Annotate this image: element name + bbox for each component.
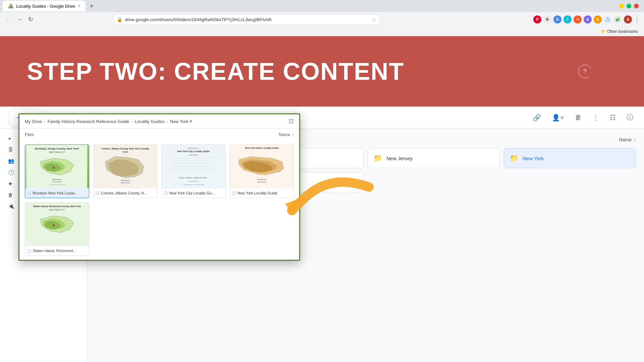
inner-bc-guide[interactable]: Family History Research Reference Guide [48, 119, 129, 124]
nyc-file-name: New York City Locality Gu... [169, 191, 215, 195]
staten-name-row: □ Staten Island, Richmond... [25, 246, 89, 255]
close-btn[interactable] [634, 4, 639, 8]
tab-title: Locality Guides - Google Drive [16, 4, 75, 9]
ext-6[interactable]: G [594, 15, 602, 23]
bookmarks-bar: 📁 Other bookmarks [0, 27, 644, 36]
svg-text:Background: Background [188, 147, 199, 149]
active-tab[interactable]: Locality Guides - Google Drive × [3, 1, 86, 11]
more-options-btn[interactable]: ⋮ [634, 16, 640, 23]
minimize-btn[interactable] [619, 4, 624, 8]
ext-4[interactable]: H [574, 15, 582, 23]
brooklyn-thumb: Brooklyn, Kings County, New York NEW YOR… [25, 145, 89, 188]
svg-text:Brooklyn, Kings County, New Yo: Brooklyn, Kings County, New York [35, 147, 79, 150]
lock-icon: 🔒 [117, 17, 122, 22]
ext-2[interactable]: G [553, 15, 561, 23]
inner-sort-control[interactable]: Name ↑ [279, 132, 294, 137]
sort-arrow-icon: ↑ [634, 137, 636, 142]
inner-files-row1: Brooklyn, Kings County, New York NEW YOR… [19, 140, 299, 202]
other-bookmarks[interactable]: 📁 Other bookmarks [599, 28, 640, 35]
inner-bc-current-text: New York [170, 119, 189, 124]
info-btn[interactable]: ⓘ [624, 110, 636, 125]
header-banner: STEP TWO: CREATE CONTENT ? ⚙ ⋮ A [0, 36, 644, 107]
folder-new-york[interactable]: 📁 New York [504, 148, 636, 168]
drive-ui: + New My Drive › Family History Research… [0, 107, 644, 362]
inner-file-brooklyn[interactable]: Brooklyn, Kings County, New York NEW YOR… [25, 144, 89, 198]
trash-btn[interactable]: 🗑 [572, 111, 584, 124]
user-avatar[interactable]: A [622, 64, 636, 78]
url-text: drive.google.com/drive/u/0/folders/18X6g… [125, 17, 369, 22]
svg-text:Geography/Atlas: Geography/Atlas [189, 180, 199, 182]
shared-icon: 👥 [8, 158, 14, 164]
inner-window: My Drive › Family History Research Refer… [18, 113, 300, 261]
ext-1[interactable]: R [543, 15, 551, 23]
maximize-btn[interactable] [627, 4, 631, 8]
url-bar[interactable]: 🔒 drive.google.com/drive/u/0/folders/18X… [112, 14, 381, 25]
ny-state-file-name: New York Locality Guide [237, 191, 277, 195]
svg-text:Cohoes, Albany County, New Yor: Cohoes, Albany County, New York Locality [101, 147, 149, 150]
svg-text:1. Google Maps - View exact lo: 1. Google Maps - View exact location [182, 184, 205, 185]
svg-text:Background: Background [257, 178, 266, 180]
inner-sort-label: Name [279, 132, 290, 137]
inner-view-toggle[interactable]: ☷ [288, 118, 294, 125]
inner-files-label: Files [25, 132, 34, 137]
brooklyn-file-name: Brooklyn New York Locali... [33, 191, 77, 195]
inner-bc-sep3: › [166, 119, 168, 124]
back-btn[interactable]: ← [4, 15, 13, 24]
inner-file-nyc[interactable]: Background New York City Locality Guide … [161, 144, 226, 198]
inner-sort-arrow: ↑ [292, 132, 294, 137]
inner-files-row2: Staten Island, Richmond County, New York… [19, 202, 299, 260]
extensions-bar: P R G C H N G 🧩 A ⋮ [533, 15, 640, 23]
svg-text:New York City Locality Guide: New York City Locality Guide [177, 150, 210, 153]
staten-thumb: Staten Island, Richmond County, New York… [25, 202, 89, 246]
new-tab-btn[interactable]: + [87, 2, 96, 10]
staten-file-name: Staten Island, Richmond... [33, 249, 76, 253]
reload-btn[interactable]: ↻ [27, 14, 35, 24]
browser-chrome: Locality Guides - Google Drive × + ← → ↻… [0, 0, 644, 27]
apps-btn[interactable]: ⋮ [610, 67, 616, 75]
forward-btn[interactable]: → [15, 15, 24, 24]
recent-icon: 🕐 [8, 169, 14, 175]
inner-file-ny-state[interactable]: New York State Locality Guide Background… [230, 144, 294, 198]
svg-text:Quick Facts: Quick Facts [121, 182, 130, 184]
tab-bar: Locality Guides - Google Drive × + [0, 0, 644, 12]
svg-text:Guide: Guide [122, 151, 128, 153]
inner-file-cohoes[interactable]: Cohoes, Albany County, New York Locality… [93, 144, 158, 198]
svg-text:Quick Facts: Quick Facts [257, 181, 266, 183]
svg-text:New York State Locality Guide: New York State Locality Guide [245, 147, 279, 149]
ext-pinterest[interactable]: P [533, 15, 541, 23]
link-icon-btn[interactable]: 🔗 [530, 111, 544, 124]
folder-ny-name: New York [523, 156, 544, 161]
ext-avatar[interactable]: A [624, 15, 632, 23]
inner-bc-sep2: › [131, 119, 132, 124]
folder-nj-name: New Jersey [386, 156, 413, 161]
cohoes-file-name: Cohoes, Albany County, N... [101, 191, 147, 195]
staten-doc-icon: □ [28, 248, 31, 253]
sort-label: Name [619, 137, 632, 142]
nyc-name-row: □ New York City Locality Gu... [162, 188, 225, 198]
sort-control[interactable]: Name ↑ [619, 137, 636, 142]
tab-close-btn[interactable]: × [78, 4, 80, 8]
folder-new-jersey[interactable]: 📁 New Jersey [368, 148, 500, 168]
help-btn[interactable]: ? [578, 65, 592, 78]
add-person-btn[interactable]: 👤+ [549, 111, 567, 124]
settings-btn[interactable]: ⚙ [597, 67, 604, 76]
ny-state-thumb: New York State Locality Guide Background… [230, 145, 294, 188]
more-btn[interactable]: ⋮ [590, 111, 602, 124]
ext-3[interactable]: C [564, 15, 572, 23]
bookmark-star-icon[interactable]: ☆ [372, 16, 376, 23]
svg-text:Privacy, neighbors, neighborin: Privacy, neighbors, neighboring states..… [178, 177, 208, 179]
storage-icon: 🔌 [8, 203, 14, 209]
nyc-thumb: Background New York City Locality Guide … [162, 145, 225, 188]
ext-drive[interactable] [604, 15, 612, 23]
inner-bc-dropdown-icon: ▾ [190, 119, 192, 124]
nyc-doc-icon: □ [164, 190, 167, 196]
inner-file-staten[interactable]: Staten Island, Richmond County, New York… [25, 202, 89, 256]
inner-bc-my-drive[interactable]: My Drive [25, 119, 42, 124]
inner-bc-locality[interactable]: Locality Guides [135, 119, 164, 124]
ext-5[interactable]: N [584, 15, 592, 23]
cohoes-name-row: □ Cohoes, Albany County, N... [94, 188, 157, 198]
folder-nj-icon: 📁 [373, 154, 382, 163]
view-toggle-btn[interactable]: ☷ [607, 111, 619, 124]
inner-window-toolbar: My Drive › Family History Research Refer… [19, 114, 299, 129]
ext-puzzle[interactable]: 🧩 [614, 15, 622, 23]
